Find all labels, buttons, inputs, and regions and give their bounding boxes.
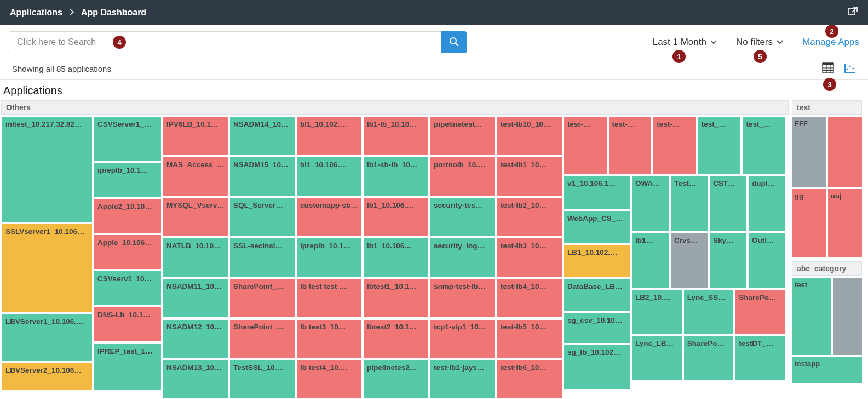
app-cell[interactable]: LB2_10.… xyxy=(632,290,682,334)
app-cell[interactable]: lbtest2_10.1… xyxy=(364,320,428,358)
table-view-icon[interactable] xyxy=(822,62,834,75)
app-cell[interactable]: customapp-sb… xyxy=(297,198,361,236)
app-cell[interactable]: Lync_LB… xyxy=(632,336,682,380)
app-cell[interactable]: uuj xyxy=(828,189,862,257)
app-cell[interactable]: Outl… xyxy=(749,233,785,288)
svg-point-9 xyxy=(846,68,848,70)
breadcrumb-root[interactable]: Applications xyxy=(10,8,62,18)
app-cell[interactable]: CSVServer1_… xyxy=(94,117,161,161)
app-cell[interactable]: TestSSL_10.… xyxy=(230,360,295,398)
app-cell[interactable]: SharePoint_… xyxy=(230,279,295,317)
app-cell[interactable]: test-… xyxy=(653,117,696,174)
app-cell[interactable]: test-lb3_10… xyxy=(497,238,562,277)
app-cell[interactable]: Lync_SS… xyxy=(684,290,734,334)
app-cell[interactable]: pipelinetest… xyxy=(430,117,495,155)
app-cell[interactable]: LBVServer2_10.106… xyxy=(2,363,92,390)
app-cell[interactable]: bl1_10.106.… xyxy=(297,157,361,196)
search-button[interactable] xyxy=(441,31,467,53)
chart-view-icon[interactable] xyxy=(844,62,856,75)
app-cell[interactable]: Test… xyxy=(671,176,708,231)
app-cell[interactable]: test-lb2_10… xyxy=(497,198,562,236)
app-cell[interactable]: dupl… xyxy=(749,176,785,231)
app-cell[interactable]: NSADM14_10… xyxy=(230,117,295,155)
app-cell[interactable]: Sky… xyxy=(710,233,746,288)
app-cell[interactable]: sg_csv_10.10… xyxy=(564,313,630,343)
app-cell[interactable]: IPV6LB_10.1… xyxy=(163,117,228,155)
app-cell[interactable]: ipreplb_10.1… xyxy=(297,238,361,277)
svg-line-2 xyxy=(456,43,458,46)
app-cell[interactable]: lb test3_10… xyxy=(297,320,361,358)
app-cell[interactable]: FFF xyxy=(792,117,826,187)
manage-apps-link[interactable]: Manage Apps xyxy=(802,37,859,47)
filters-dropdown[interactable]: No filters 5 xyxy=(736,37,784,48)
search-input[interactable] xyxy=(9,31,441,53)
app-cell[interactable]: OWA… xyxy=(632,176,669,231)
app-cell[interactable]: MAS_Access_… xyxy=(163,157,228,196)
app-cell[interactable]: test-lb1-jays… xyxy=(430,360,495,398)
app-cell[interactable]: test-lb5_10… xyxy=(497,320,562,358)
app-cell[interactable]: lb1-sb-lb_10… xyxy=(364,157,428,196)
app-cell[interactable]: SQL_Server… xyxy=(230,198,295,236)
app-cell[interactable]: test-… xyxy=(609,117,652,174)
app-cell[interactable]: DataBase_LB… xyxy=(564,279,630,311)
app-cell[interactable]: lb1-lb_10.10… xyxy=(364,117,428,155)
app-cell[interactable]: SSL-secinsi… xyxy=(230,238,295,277)
app-cell[interactable]: ipreplb_10.1… xyxy=(94,163,161,197)
app-cell[interactable]: testapp xyxy=(792,357,862,383)
app-cell[interactable]: test xyxy=(792,278,831,355)
app-cell[interactable]: SharePoint_… xyxy=(230,320,295,358)
app-cell[interactable]: MYSQL_Vserv… xyxy=(163,198,228,236)
app-cell[interactable]: NSADM13_10… xyxy=(163,360,228,398)
app-cell[interactable]: tcp1-vip1_10… xyxy=(430,320,495,358)
app-cell[interactable]: NSADM11_10… xyxy=(163,279,228,317)
app-cell[interactable]: lb test4_10.… xyxy=(297,360,361,398)
app-cell[interactable]: test-… xyxy=(564,117,607,174)
app-cell[interactable] xyxy=(828,117,862,187)
app-cell[interactable]: portnolb_10.… xyxy=(430,157,495,196)
app-cell[interactable]: lb test test … xyxy=(297,279,361,317)
app-cell[interactable]: snmp-test-lb… xyxy=(430,279,495,317)
app-cell[interactable]: test_… xyxy=(698,117,741,174)
app-cell[interactable]: test-lb10_10… xyxy=(497,117,562,155)
app-cell[interactable]: LBVServer1_10.106.… xyxy=(2,314,92,361)
app-cell[interactable]: NATLB_10.10… xyxy=(163,238,228,277)
app-cell[interactable]: Apple2_10.10… xyxy=(94,199,161,233)
app-cell[interactable]: LB1_10.102.… xyxy=(564,245,630,277)
svg-rect-0 xyxy=(848,8,855,15)
app-cell[interactable] xyxy=(833,278,862,355)
breadcrumb-current: App Dashboard xyxy=(81,8,146,18)
app-cell[interactable]: pipelinetes2… xyxy=(364,360,428,398)
app-cell[interactable]: lb1… xyxy=(632,233,669,288)
search-icon xyxy=(449,36,459,49)
app-cell[interactable]: mltest_10.217.32.82… xyxy=(2,117,92,222)
app-cell[interactable]: test_… xyxy=(743,117,785,174)
app-cell[interactable]: gg xyxy=(792,189,826,257)
app-cell[interactable]: security-tes… xyxy=(430,198,495,236)
app-cell[interactable]: test-lb4_10… xyxy=(497,279,562,317)
app-cell[interactable]: testDT_… xyxy=(735,336,785,380)
app-cell[interactable]: lb1_10.106.… xyxy=(364,198,428,236)
app-cell[interactable]: bl1_10.102.… xyxy=(297,117,361,155)
app-cell[interactable]: CST… xyxy=(710,176,746,231)
app-cell[interactable]: Crvs… xyxy=(671,233,708,288)
app-cell[interactable]: lb1_10.106… xyxy=(364,238,428,277)
app-cell[interactable]: lbtest1_10.1… xyxy=(364,279,428,317)
app-cell[interactable]: NSADM12_10… xyxy=(163,320,228,358)
time-range-dropdown[interactable]: Last 1 Month 1 xyxy=(653,37,717,48)
popout-icon[interactable] xyxy=(847,6,858,19)
app-cell[interactable]: IPREP_test_1… xyxy=(94,344,161,390)
app-cell[interactable]: sg_lb_10.102… xyxy=(564,345,630,389)
app-cell[interactable]: SharePo… xyxy=(735,290,785,334)
app-cell[interactable]: SharePo… xyxy=(684,336,734,380)
app-cell[interactable]: v1_10.106.1… xyxy=(564,176,630,209)
app-cell[interactable]: SSLVserver1_10.106… xyxy=(2,224,92,312)
app-cell[interactable]: test-lb6_10… xyxy=(497,360,562,398)
app-cell[interactable]: test-lb1_10… xyxy=(497,157,562,196)
app-cell[interactable]: security_log… xyxy=(430,238,495,277)
app-cell[interactable]: Apple_10.106… xyxy=(94,235,161,269)
app-cell[interactable]: DNS-Lb_10.1… xyxy=(94,307,161,341)
app-cell[interactable]: NSADM15_10… xyxy=(230,157,295,196)
app-cell[interactable]: CSVserv1_10… xyxy=(94,271,161,305)
chevron-down-icon xyxy=(776,38,784,47)
app-cell[interactable]: WebApp_CS_1… xyxy=(564,211,630,243)
